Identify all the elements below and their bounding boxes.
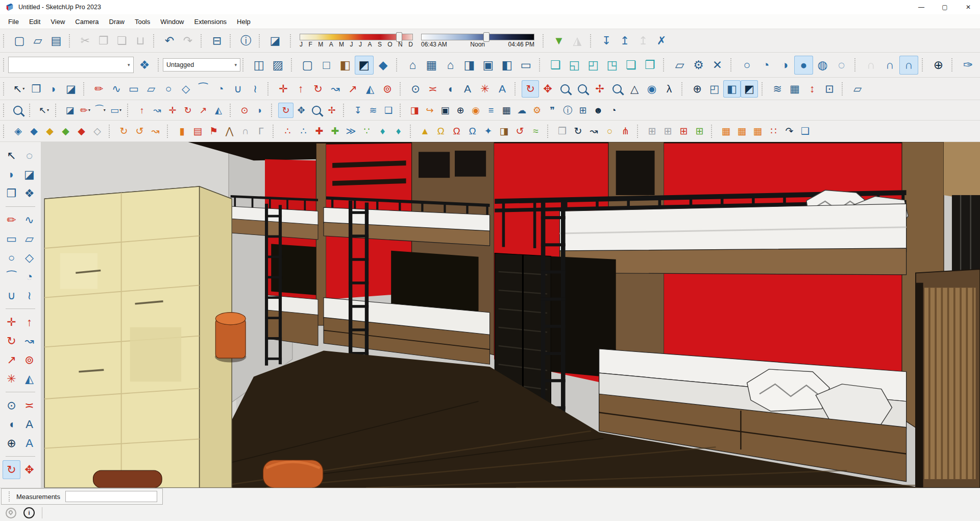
toolbar-grip[interactable] [201,34,204,48]
new-file-button[interactable]: ▢ [10,32,29,50]
ext-curve-gray-button[interactable]: ∩ [237,123,253,139]
stamp-button[interactable]: ⊡ [821,80,838,98]
toolbar-grip[interactable] [273,125,276,138]
select-copy-button[interactable]: ❏ [622,56,641,75]
toolbar-grip[interactable] [663,58,667,72]
push-pull-button[interactable]: ↑ [20,313,38,331]
toolbar-grip[interactable] [396,58,400,72]
quick-flip-button[interactable]: ◭ [211,103,226,118]
close-tool-button[interactable]: ✕ [708,56,727,75]
toolbar-grip[interactable] [681,82,685,96]
save-button[interactable]: ▤ [47,32,65,50]
search-combo[interactable]: ▾ [8,57,133,73]
ext-crate-1-button[interactable]: ⊞ [644,123,660,139]
magnet-fingerprint-button[interactable]: ∩ [899,56,918,75]
toggle-terrain-button[interactable]: ◮ [568,32,586,50]
toolbar-grip[interactable] [69,34,72,48]
look-around-button[interactable]: ◉ [643,80,660,98]
redo-button[interactable]: ↷ [179,32,197,50]
toolbar-grip[interactable] [259,34,262,48]
select-intersect-button[interactable]: ◱ [565,56,584,75]
pie-button[interactable]: ◔ [212,80,229,98]
freehand-button[interactable]: ∿ [20,210,38,229]
tag-tool-button[interactable]: ❖ [135,56,154,75]
menu-item-tools[interactable]: Tools [130,16,155,28]
view-back-button[interactable]: ▣ [479,56,498,75]
tape-measure-button[interactable]: ⊙ [407,80,424,98]
menu-item-edit[interactable]: Edit [24,16,45,28]
offset-button[interactable]: ⊚ [379,80,396,98]
ext-curve-arrow-button[interactable]: ↷ [781,123,797,139]
menu-item-draw[interactable]: Draw [104,16,130,28]
quick-rectangle-button[interactable]: ▭▾ [108,103,124,118]
ext-curl-arrow-button[interactable]: ↝ [148,123,163,139]
quick-dimension-button[interactable]: ⊙ [237,103,252,118]
ext-cube-rotate-button[interactable]: ↻ [570,123,586,139]
toolbar-grip[interactable] [854,58,858,72]
toolbar-grip[interactable] [167,125,170,138]
ext-horseshoe-red-button[interactable]: Ω [449,123,464,139]
eraser-large-button[interactable]: ◪ [266,32,284,50]
settings-gear-button[interactable]: ⚙ [689,56,708,75]
section-fill-button[interactable]: ◧ [723,80,741,98]
orbit-button[interactable]: ↻ [522,80,539,98]
style-shaded-button[interactable]: ◧ [336,56,355,75]
ext-grid-2-button[interactable]: ▦ [734,123,750,139]
cart-button[interactable]: ⊞ [575,103,591,118]
close-button[interactable]: ✕ [957,0,980,14]
rectangle-button[interactable]: ▭ [3,229,20,248]
3d-text-button[interactable]: A [494,80,511,98]
pin-location-button[interactable]: ◉ [468,103,483,118]
toolbar-grip[interactable] [3,104,7,117]
select-subtract-button[interactable]: ◰ [584,56,603,75]
warehouse-download-button[interactable]: ↧ [350,103,365,118]
paint-advanced-button[interactable]: ◨ [407,103,422,118]
ext-squares-button[interactable]: ❑ [797,123,813,139]
view-front-button[interactable]: ⌂ [441,56,460,75]
toolbar-grip[interactable] [55,104,59,117]
ext-cross-red-button[interactable]: ✚ [311,123,327,139]
polygon-button[interactable]: ◇ [20,248,38,267]
make-component-button[interactable]: ❒ [28,80,45,98]
scale-button[interactable]: ↗ [3,350,20,369]
pie-button[interactable]: ◔ [20,267,38,286]
ext-arrows-blue-button[interactable]: ≫ [343,123,359,139]
eraser-button[interactable]: ◪ [62,80,80,98]
comment-button[interactable]: ❞ [545,103,560,118]
style-wireframe-button[interactable]: ▢ [298,56,317,75]
ext-drop-teal-button[interactable]: ♦ [375,123,390,139]
paint-bucket-button[interactable]: ◗ [3,165,20,184]
style-xray-button[interactable]: ◫ [250,56,268,75]
ext-axis-dots-button[interactable]: ∵ [359,123,375,139]
section-tool-button[interactable]: ⊕ [689,80,706,98]
magnet-off-button[interactable]: ∩ [862,56,880,75]
cloud-upload-button[interactable]: ☁ [514,103,529,118]
ext-cube-move-button[interactable]: ↝ [586,123,602,139]
share-model-button[interactable]: ↥ [634,32,652,50]
quick-rotate-button[interactable]: ↻ [180,103,195,118]
info-button[interactable]: ⓘ [560,103,575,118]
geolocation-button[interactable] [3,506,18,519]
style-hidden-line-button[interactable]: □ [317,56,336,75]
position-camera-button[interactable]: △ [626,80,643,98]
share-button[interactable]: ❑ [381,103,396,118]
toolbar-grip[interactable] [153,34,157,48]
toolbar-grip[interactable] [637,125,641,138]
view-right-button[interactable]: ◨ [460,56,479,75]
toolbar-grip[interactable] [290,34,293,48]
viewport-canvas[interactable] [41,142,980,488]
credits-button[interactable]: i [21,506,37,519]
quick-pan-button[interactable]: ✥ [293,103,309,118]
select-invert-button[interactable]: ◳ [603,56,622,75]
account-avatar-button[interactable]: ☻ [591,103,606,118]
view-plan-button[interactable]: ▭ [517,56,535,75]
toolbar-grip[interactable] [3,34,7,48]
push-pull-button[interactable]: ↑ [292,80,309,98]
undo-button[interactable]: ↶ [160,32,179,50]
ext-star-button[interactable]: ✦ [480,123,496,139]
add-location-button[interactable]: ▼ [550,32,568,50]
walk-button[interactable]: λ [660,80,678,98]
open-folder-button[interactable]: ▱ [670,56,689,75]
match-style-button[interactable]: ≋ [365,103,381,118]
rotated-rectangle-button[interactable]: ▱ [20,229,38,248]
